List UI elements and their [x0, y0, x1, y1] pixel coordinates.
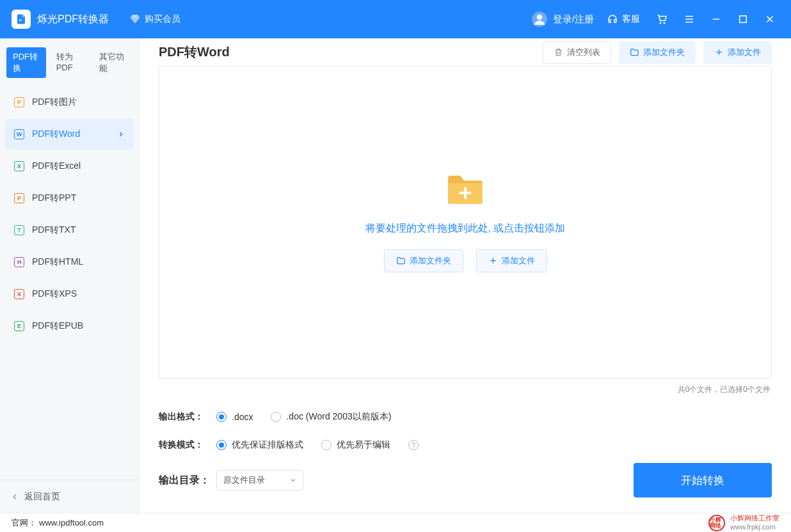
- chevron-left-icon: [10, 492, 19, 501]
- radio-label: 优先保证排版格式: [232, 439, 303, 451]
- nav-label: PDF转XPS: [32, 288, 77, 300]
- nav-label: PDF转HTML: [32, 256, 83, 268]
- nav-pdf-to-image[interactable]: PPDF转图片: [5, 87, 134, 118]
- file-count-status: 共0个文件，已选择0个文件: [159, 384, 771, 395]
- svg-rect-3: [740, 16, 747, 23]
- watermark-url: www.frpkj.com: [730, 523, 779, 531]
- official-site-link[interactable]: www.ipdftool.com: [39, 518, 104, 528]
- close-button[interactable]: [756, 0, 783, 38]
- page-title: PDF转Word: [159, 43, 230, 61]
- titlebar: P 烁光PDF转换器 购买会员 登录/注册 客服: [0, 0, 791, 38]
- cart-button[interactable]: [649, 0, 676, 38]
- svg-text:P: P: [19, 19, 22, 22]
- epub-icon: E: [14, 321, 24, 331]
- radio-label: 优先易于编辑: [337, 439, 390, 451]
- nav-pdf-to-excel[interactable]: XPDF转Excel: [5, 151, 134, 182]
- app-title: 烁光PDF转换器: [37, 13, 109, 26]
- radio-label: .doc (Word 2003以前版本): [286, 411, 391, 423]
- xps-icon: X: [14, 289, 24, 299]
- vip-button[interactable]: 购买会员: [129, 13, 180, 25]
- auth-label: 登录/注册: [553, 13, 594, 26]
- folder-plus-icon: [445, 173, 485, 205]
- drop-text: 将要处理的文件拖拽到此处, 或点击按钮添加: [365, 222, 566, 235]
- add-folder-button-top[interactable]: 添加文件夹: [619, 41, 696, 64]
- tab-pdf-convert[interactable]: PDF转换: [6, 47, 46, 78]
- clear-list-button[interactable]: 清空列表: [543, 41, 611, 64]
- select-value: 原文件目录: [223, 474, 265, 486]
- watermark-name: 小辉网络工作室: [730, 514, 779, 522]
- watermark-logo-icon: 小辉网络: [708, 515, 725, 531]
- menu-button[interactable]: [676, 0, 703, 38]
- add-file-label: 添加文件: [502, 255, 535, 267]
- add-folder-label: 添加文件夹: [410, 255, 451, 267]
- support-label: 客服: [622, 13, 640, 25]
- footer: 官网： www.ipdftool.com 小辉网络 小辉网络工作室 www.fr…: [0, 513, 791, 532]
- maximize-button[interactable]: [730, 0, 756, 38]
- ppt-icon: P: [14, 193, 24, 203]
- convert-mode-label: 转换模式：: [159, 439, 216, 451]
- image-icon: P: [14, 97, 24, 107]
- txt-icon: T: [14, 225, 24, 235]
- user-icon: [531, 11, 548, 27]
- nav-label: PDF转Excel: [32, 160, 81, 172]
- main-panel: PDF转Word 清空列表 添加文件夹 添加文件 将要处理的文件拖拽到此处, 或…: [140, 38, 791, 513]
- radio-icon: [321, 440, 332, 450]
- tab-to-pdf[interactable]: 转为PDF: [50, 47, 90, 78]
- chevron-right-icon: [117, 130, 125, 138]
- back-home-button[interactable]: 返回首页: [0, 480, 139, 513]
- add-file-label: 添加文件: [728, 47, 761, 58]
- folder-icon: [630, 47, 639, 57]
- back-home-label: 返回首页: [24, 491, 60, 503]
- vip-label: 购买会员: [145, 13, 180, 25]
- tab-other[interactable]: 其它功能: [93, 47, 132, 78]
- add-folder-button[interactable]: 添加文件夹: [384, 249, 463, 272]
- html-icon: H: [14, 257, 24, 267]
- nav-pdf-to-ppt[interactable]: PPDF转PPT: [5, 183, 134, 214]
- radio-layout-priority[interactable]: 优先保证排版格式: [216, 439, 303, 451]
- radio-docx[interactable]: .docx: [216, 412, 253, 422]
- nav-pdf-to-epub[interactable]: EPDF转EPUB: [5, 311, 134, 341]
- app-logo-icon: P: [12, 10, 31, 29]
- radio-icon: [271, 412, 281, 422]
- headset-icon: [607, 13, 618, 25]
- auth-button[interactable]: 登录/注册: [531, 11, 594, 27]
- drop-zone[interactable]: 将要处理的文件拖拽到此处, 或点击按钮添加 添加文件夹 添加文件: [159, 66, 772, 379]
- support-button[interactable]: 客服: [607, 13, 640, 25]
- trash-icon: [554, 47, 563, 57]
- nav-pdf-to-word[interactable]: WPDF转Word: [5, 119, 134, 150]
- radio-doc[interactable]: .doc (Word 2003以前版本): [271, 411, 391, 423]
- chevron-down-icon: [290, 477, 296, 483]
- help-icon[interactable]: ?: [408, 440, 419, 450]
- radio-label: .docx: [232, 412, 253, 422]
- sidebar: PDF转换 转为PDF 其它功能 PPDF转图片 WPDF转Word XPDF转…: [0, 38, 140, 513]
- nav-pdf-to-html[interactable]: HPDF转HTML: [5, 247, 134, 278]
- add-file-button-top[interactable]: 添加文件: [703, 41, 772, 64]
- plus-icon: [714, 47, 724, 57]
- diamond-icon: [129, 13, 141, 25]
- output-format-label: 输出格式：: [159, 411, 216, 423]
- footer-label: 官网：: [12, 517, 36, 529]
- add-folder-label: 添加文件夹: [643, 47, 685, 58]
- nav-label: PDF转Word: [32, 129, 80, 140]
- nav-pdf-to-xps[interactable]: XPDF转XPS: [5, 279, 134, 309]
- nav-label: PDF转图片: [32, 97, 77, 108]
- nav-pdf-to-txt[interactable]: TPDF转TXT: [5, 215, 134, 246]
- radio-edit-priority[interactable]: 优先易于编辑: [321, 439, 390, 451]
- output-dir-select[interactable]: 原文件目录: [216, 470, 303, 490]
- svg-point-2: [536, 14, 542, 20]
- plus-icon: [488, 256, 498, 265]
- sidebar-nav: PPDF转图片 WPDF转Word XPDF转Excel PPDF转PPT TP…: [0, 84, 139, 345]
- nav-label: PDF转TXT: [32, 224, 76, 236]
- nav-label: PDF转PPT: [32, 192, 76, 204]
- minimize-button[interactable]: [703, 0, 730, 38]
- nav-label: PDF转EPUB: [32, 320, 83, 332]
- output-dir-label: 输出目录：: [159, 474, 216, 487]
- excel-icon: X: [14, 161, 24, 171]
- clear-label: 清空列表: [567, 47, 600, 58]
- radio-icon: [216, 440, 227, 450]
- add-file-button[interactable]: 添加文件: [476, 249, 547, 272]
- sidebar-tabs: PDF转换 转为PDF 其它功能: [0, 38, 139, 84]
- watermark: 小辉网络 小辉网络工作室 www.frpkj.com: [708, 514, 779, 531]
- convert-button[interactable]: 开始转换: [634, 463, 772, 497]
- word-icon: W: [14, 129, 24, 139]
